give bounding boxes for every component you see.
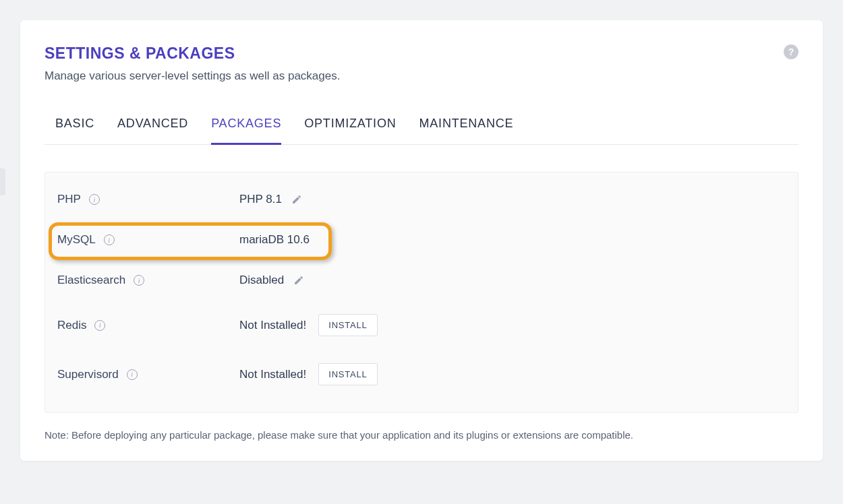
redis-value: Not Installed! bbox=[239, 319, 306, 332]
row-mysql-value-group: mariaDB 10.6 bbox=[239, 233, 310, 247]
row-redis-label-group: Redis i bbox=[57, 319, 239, 332]
tab-maintenance[interactable]: MAINTENANCE bbox=[419, 117, 514, 145]
row-redis: Redis i Not Installed! INSTALL bbox=[45, 301, 798, 350]
mysql-value: mariaDB 10.6 bbox=[239, 233, 310, 247]
info-icon[interactable]: i bbox=[127, 369, 138, 380]
row-supervisord: Supervisord i Not Installed! INSTALL bbox=[45, 350, 798, 399]
pencil-icon[interactable] bbox=[293, 275, 304, 286]
row-php-value-group: PHP 8.1 bbox=[239, 193, 302, 206]
elasticsearch-label: Elasticsearch bbox=[57, 274, 125, 287]
tab-packages[interactable]: PACKAGES bbox=[211, 117, 281, 145]
page-subtitle: Manage various server-level settings as … bbox=[45, 69, 798, 83]
tab-advanced[interactable]: ADVANCED bbox=[117, 117, 188, 145]
pencil-icon[interactable] bbox=[291, 194, 302, 205]
row-elasticsearch-label-group: Elasticsearch i bbox=[57, 274, 239, 287]
note-text: Note: Before deploying any particular pa… bbox=[45, 429, 798, 441]
install-button[interactable]: INSTALL bbox=[318, 363, 377, 385]
info-icon[interactable]: i bbox=[89, 194, 100, 205]
tab-optimization[interactable]: OPTIMIZATION bbox=[304, 117, 396, 145]
elasticsearch-value: Disabled bbox=[239, 274, 284, 287]
redis-label: Redis bbox=[57, 319, 86, 332]
page-title: SETTINGS & PACKAGES bbox=[45, 44, 798, 63]
install-button[interactable]: INSTALL bbox=[318, 314, 377, 336]
php-value: PHP 8.1 bbox=[239, 193, 282, 206]
row-elasticsearch: Elasticsearch i Disabled bbox=[45, 260, 798, 301]
help-icon[interactable]: ? bbox=[784, 44, 798, 59]
supervisord-label: Supervisord bbox=[57, 368, 119, 381]
tab-basic[interactable]: BASIC bbox=[55, 117, 94, 145]
row-php: PHP i PHP 8.1 bbox=[45, 179, 798, 220]
row-php-label-group: PHP i bbox=[57, 193, 239, 206]
settings-card: ? SETTINGS & PACKAGES Manage various ser… bbox=[20, 20, 823, 461]
row-supervisord-value-group: Not Installed! INSTALL bbox=[239, 363, 378, 385]
packages-panel: PHP i PHP 8.1 MySQL i mariaDB 10.6 Ela bbox=[45, 172, 798, 413]
row-redis-value-group: Not Installed! INSTALL bbox=[239, 314, 378, 336]
info-icon[interactable]: i bbox=[94, 320, 105, 331]
row-mysql: MySQL i mariaDB 10.6 bbox=[45, 220, 798, 260]
row-elasticsearch-value-group: Disabled bbox=[239, 274, 304, 287]
info-icon[interactable]: i bbox=[134, 275, 144, 286]
supervisord-value: Not Installed! bbox=[239, 368, 306, 381]
row-mysql-label-group: MySQL i bbox=[57, 233, 239, 247]
tabs: BASIC ADVANCED PACKAGES OPTIMIZATION MAI… bbox=[45, 117, 798, 145]
info-icon[interactable]: i bbox=[104, 234, 115, 245]
php-label: PHP bbox=[57, 193, 81, 206]
side-drawer-handle[interactable] bbox=[0, 168, 5, 195]
mysql-label: MySQL bbox=[57, 233, 96, 247]
row-supervisord-label-group: Supervisord i bbox=[57, 368, 239, 381]
